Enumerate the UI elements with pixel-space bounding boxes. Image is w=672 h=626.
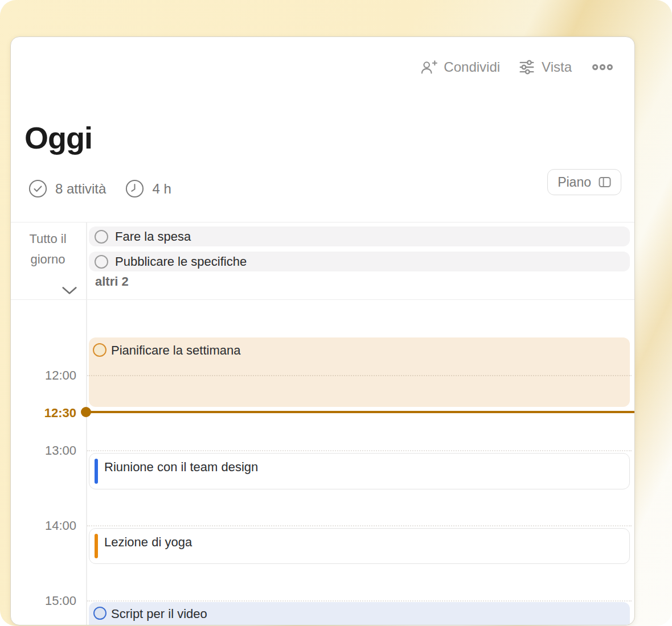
all-day-task-row[interactable]: Fare la spesa bbox=[89, 226, 630, 246]
person-plus-icon bbox=[420, 60, 437, 75]
current-time-line bbox=[86, 411, 634, 413]
current-time-dot bbox=[81, 407, 91, 417]
today-view-card: Condividi Vista Oggi bbox=[10, 36, 635, 625]
all-day-divider bbox=[11, 299, 634, 300]
hour-label: 15:00 bbox=[11, 594, 76, 608]
hour-gridline bbox=[87, 600, 632, 602]
toolbar: Condividi Vista bbox=[420, 59, 615, 76]
time-gutter-divider bbox=[86, 222, 87, 625]
all-day-task-title: Fare la spesa bbox=[115, 229, 191, 244]
hour-gridline bbox=[87, 525, 632, 526]
event-color-bar bbox=[95, 459, 98, 484]
hour-label: 13:00 bbox=[11, 443, 76, 458]
hour-gridline bbox=[87, 375, 632, 376]
all-day-label: Tutto il giorno bbox=[17, 229, 79, 270]
event-card-yoga[interactable]: Lezione di yoga bbox=[89, 528, 630, 564]
circle-checkbox-icon[interactable] bbox=[95, 255, 108, 269]
ellipsis-icon bbox=[590, 63, 615, 71]
page-title: Oggi bbox=[24, 120, 92, 155]
all-day-task-title: Pubblicare le specifiche bbox=[115, 254, 247, 269]
event-card-riunione[interactable]: Riunione con il team design bbox=[89, 453, 630, 489]
duration: 4 h bbox=[152, 181, 171, 197]
more-options-button[interactable] bbox=[590, 63, 615, 71]
all-day-label-line1: Tutto il bbox=[17, 229, 79, 249]
split-panel-icon bbox=[597, 175, 612, 190]
all-day-task-row[interactable]: Pubblicare le specifiche bbox=[89, 252, 630, 271]
plan-label: Piano bbox=[558, 175, 591, 190]
all-day-label-line2: giorno bbox=[17, 249, 79, 270]
duration-group: 4 h bbox=[125, 179, 171, 198]
circle-checkbox-icon[interactable] bbox=[93, 343, 106, 357]
hour-gridline bbox=[87, 450, 632, 451]
view-label: Vista bbox=[542, 59, 572, 75]
chevron-down-icon bbox=[61, 286, 78, 295]
screenshot-stage: Condividi Vista Oggi bbox=[0, 0, 672, 626]
task-block-pianificare[interactable]: Pianificare la settimana bbox=[89, 337, 630, 407]
event-title: Lezione di yoga bbox=[104, 535, 192, 550]
event-title: Script per il video bbox=[111, 607, 207, 621]
task-count-group: 8 attività bbox=[28, 179, 106, 198]
event-color-bar bbox=[95, 534, 98, 558]
hour-label: 14:00 bbox=[11, 518, 76, 533]
current-time-label: 12:30 bbox=[11, 406, 76, 421]
view-button[interactable]: Vista bbox=[518, 59, 572, 76]
task-block-script[interactable]: Script per il video bbox=[89, 602, 630, 625]
hour-label: 12:00 bbox=[11, 368, 76, 383]
plan-button[interactable]: Piano bbox=[547, 169, 621, 195]
grid-top-divider bbox=[11, 222, 634, 223]
check-circle-icon bbox=[28, 179, 47, 198]
header-meta: 8 attività 4 h bbox=[28, 179, 171, 198]
event-title: Riunione con il team design bbox=[104, 460, 258, 475]
event-title: Pianificare la settimana bbox=[111, 343, 240, 358]
all-day-collapse-button[interactable] bbox=[60, 283, 79, 298]
all-day-more-button[interactable]: altri 2 bbox=[95, 274, 129, 289]
circle-checkbox-icon[interactable] bbox=[95, 230, 108, 244]
clock-icon bbox=[125, 179, 144, 198]
task-count: 8 attività bbox=[55, 181, 106, 197]
circle-checkbox-icon[interactable] bbox=[93, 607, 106, 620]
share-label: Condividi bbox=[444, 59, 500, 75]
share-button[interactable]: Condividi bbox=[420, 59, 500, 75]
sliders-icon bbox=[518, 59, 535, 76]
